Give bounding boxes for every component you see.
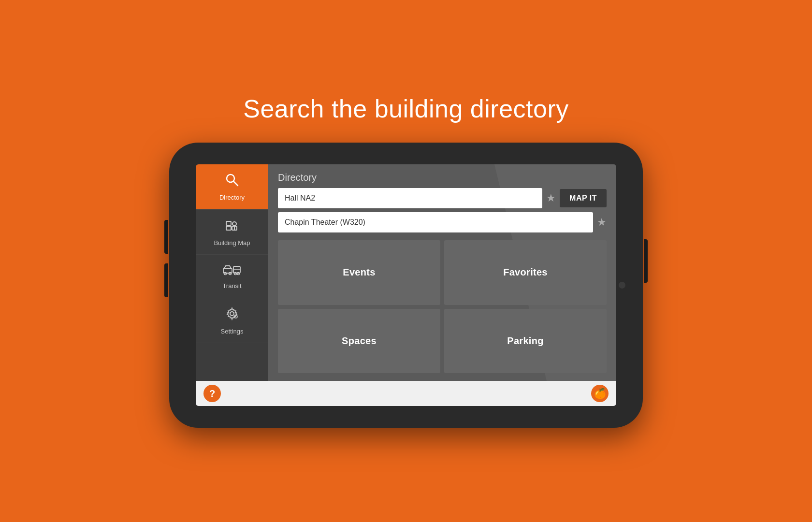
camera-icon [619, 282, 625, 289]
favorite-star-1[interactable]: ★ [546, 192, 556, 204]
app-container: Directory Building Map [196, 164, 616, 381]
transit-icon [223, 262, 241, 279]
favorites-button[interactable]: Favorites [444, 240, 607, 305]
svg-point-12 [234, 273, 237, 275]
brand-logo-icon: 🍊 [594, 388, 606, 399]
svg-point-14 [230, 312, 234, 316]
svg-point-13 [237, 273, 240, 275]
search-input-1[interactable] [278, 188, 542, 208]
sidebar-item-building-map-label: Building Map [214, 239, 250, 247]
volume-up-button [164, 220, 168, 254]
search-row-1: ★ MAP IT [278, 188, 607, 208]
bottom-bar: ? 🍊 [196, 381, 616, 406]
page-title: Search the building directory [243, 94, 569, 123]
sidebar-item-directory[interactable]: Directory [196, 164, 268, 210]
brand-logo: 🍊 [591, 385, 609, 402]
svg-line-1 [233, 181, 238, 186]
content-header: Directory [268, 164, 616, 188]
spaces-button[interactable]: Spaces [278, 309, 440, 374]
grid-buttons: Events Favorites Spaces Parking [268, 232, 616, 381]
svg-point-8 [224, 273, 227, 275]
main-content: Directory ★ MAP IT ★ Ev [268, 164, 616, 381]
parking-button[interactable]: Parking [444, 309, 607, 374]
sidebar: Directory Building Map [196, 164, 268, 381]
svg-point-9 [229, 273, 232, 275]
settings-icon [224, 306, 240, 325]
search-row-2: ★ [278, 212, 607, 232]
sidebar-item-settings[interactable]: Settings [196, 298, 268, 344]
sidebar-item-settings-label: Settings [221, 328, 244, 335]
help-button[interactable]: ? [203, 385, 221, 402]
sidebar-item-directory-label: Directory [219, 194, 245, 202]
search-area: ★ MAP IT ★ [268, 188, 616, 232]
phone-shell: Directory Building Map [169, 143, 643, 428]
events-button[interactable]: Events [278, 240, 440, 305]
svg-rect-2 [226, 226, 231, 230]
power-button [644, 239, 648, 283]
sidebar-item-building-map[interactable]: Building Map [196, 210, 268, 255]
search-icon [224, 172, 240, 191]
volume-down-button [164, 263, 168, 297]
map-it-button[interactable]: MAP IT [560, 189, 607, 207]
sidebar-item-transit[interactable]: Transit [196, 255, 268, 298]
svg-point-5 [232, 222, 236, 226]
sidebar-item-transit-label: Transit [222, 282, 241, 290]
search-input-2[interactable] [278, 212, 593, 232]
map-icon [224, 218, 240, 236]
svg-rect-4 [226, 221, 231, 225]
screen: Directory Building Map [196, 164, 616, 406]
favorite-star-2[interactable]: ★ [597, 216, 607, 229]
